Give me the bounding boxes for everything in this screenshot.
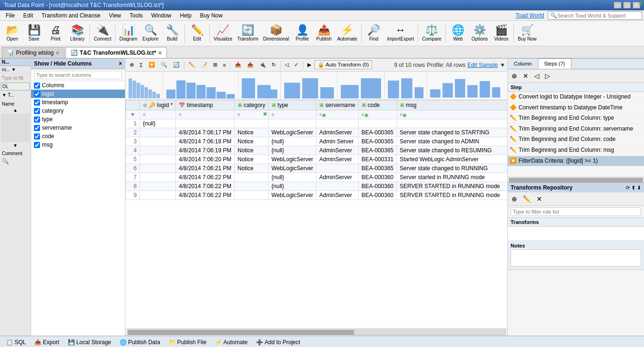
table-row[interactable]: 9 4/8/2014 7:06:22 PM WebLogicServer Adm… — [126, 191, 508, 200]
filter-servername[interactable]: =▣ — [316, 110, 358, 119]
step-item-3[interactable]: ✏️ Trim Beginning and End Column: type — [508, 113, 644, 124]
col-header-type[interactable]: A type — [268, 100, 316, 110]
table-row[interactable]: 4 4/8/2014 7:06:19 PM Notice {null} Admi… — [126, 146, 508, 155]
column-checkbox-logid[interactable] — [34, 91, 40, 97]
menu-transform[interactable]: Transform and Cleanse — [38, 11, 104, 20]
h-scroll-track[interactable] — [127, 330, 505, 335]
column-checkbox-category[interactable] — [34, 108, 40, 114]
column-checkbox-columns[interactable] — [34, 83, 40, 89]
filter-timestamp[interactable]: = — [176, 110, 234, 119]
menu-view[interactable]: View — [105, 11, 125, 20]
filter-type[interactable]: =▣ — [268, 110, 316, 119]
grid-btn-refresh[interactable]: ↻ — [269, 60, 278, 69]
column-checkbox-code[interactable] — [34, 133, 40, 140]
table-row[interactable]: 2 4/8/2014 7:06:17 PM Notice WebLogicSer… — [126, 128, 508, 137]
tab-transform[interactable]: 🔄 T&C TransformWLSLOG.tct* ✕ — [66, 47, 167, 58]
toolbar-visualize[interactable]: 📈 Visualize — [212, 24, 234, 42]
grid-btn-columns[interactable]: ⊞ — [211, 60, 220, 69]
steps-vscroll[interactable] — [508, 177, 644, 182]
col-header-logid[interactable]: ⊕ 🔑 logid * — [140, 100, 176, 110]
grid-btn-replace[interactable]: 🔄 — [171, 60, 182, 69]
toolbar-build[interactable]: 🔧 Build — [162, 24, 182, 42]
toolbar-explore[interactable]: 🔍 Explore — [140, 24, 161, 42]
toolbar-dimensional[interactable]: 📦 Dimensional — [261, 24, 291, 42]
steps-add-btn[interactable]: ⊕ — [509, 71, 520, 81]
grid-btn-filter[interactable]: 🔽 — [146, 60, 157, 69]
toolbar-print[interactable]: 🖨 Print — [45, 24, 66, 42]
step-item-6[interactable]: ✏️ Trim Beginning and End Column: msg — [508, 145, 644, 156]
grid-btn-add[interactable]: ⊕ — [127, 60, 136, 69]
step-item-4[interactable]: ✏️ Trim Beginning and End Column: server… — [508, 124, 644, 135]
tab-profiling-close[interactable]: ✕ — [56, 50, 59, 56]
column-item-columns[interactable]: Columns — [31, 81, 125, 90]
minimize-button[interactable]: ─ — [614, 2, 621, 8]
filter-msg[interactable]: =▣ — [396, 110, 507, 119]
left-type-filter[interactable]: Type to filt — [1, 74, 30, 82]
toolbar-importexport[interactable]: ↔️ ImportExport — [385, 24, 416, 42]
step-item-2[interactable]: 🔶 Convert timestamp to Datatype DateTime — [508, 103, 644, 114]
toolbar-transform[interactable]: 🔄 Transform — [235, 24, 260, 42]
col-header-timestamp[interactable]: 📅 timestamp — [176, 100, 234, 110]
grid-expand-btn[interactable]: ▼ — [500, 62, 505, 68]
left-scroll-down[interactable]: ▼ — [1, 143, 30, 148]
notes-textarea[interactable] — [511, 249, 641, 266]
left-panel-dropdown[interactable]: ro... ▼ — [0, 66, 31, 74]
toolbar-publish[interactable]: 📤 Publish — [314, 24, 334, 42]
column-checkbox-servername[interactable] — [34, 125, 40, 131]
left-filter-btn[interactable]: ▼ T... — [1, 91, 30, 99]
column-item-timestamp[interactable]: timestamp — [31, 98, 125, 107]
h-scrollbar[interactable] — [125, 328, 507, 336]
grid-btn-import[interactable]: 📥 — [232, 60, 244, 69]
transforms-download-btn[interactable]: ⬇ — [637, 185, 641, 191]
transforms-delete-btn[interactable]: ✕ — [534, 194, 545, 204]
column-checkbox-type[interactable] — [34, 116, 40, 123]
edit-sample-link[interactable]: Edit Sample — [467, 62, 498, 68]
col-header-code[interactable]: A code — [358, 100, 396, 110]
step-item-5[interactable]: ✏️ Trim Beginning and End Column: code — [508, 134, 644, 145]
toolbar-buynow[interactable]: 🛒 Buy Now — [516, 24, 538, 42]
grid-btn-connect[interactable]: 🔌 — [257, 60, 268, 69]
tab-transform-close[interactable]: ✕ — [158, 50, 162, 56]
toolbar-compare[interactable]: ⚖️ Compare — [420, 24, 443, 42]
grid-btn-export[interactable]: 📤 — [245, 60, 256, 69]
grid-btn-pencil[interactable]: ✏️ — [186, 60, 198, 69]
grid-btn-bars[interactable]: ≡ — [221, 61, 228, 69]
search-input[interactable] — [557, 13, 637, 18]
toolbar-videos[interactable]: 🎬 Videos — [491, 24, 512, 42]
steps-delete-btn[interactable]: ✕ — [520, 71, 531, 81]
filter-code[interactable]: =▣ — [358, 110, 396, 119]
toolbar-edit[interactable]: ✏️ Edit — [187, 24, 207, 42]
steps-up-btn[interactable]: ◁ — [532, 71, 542, 81]
bottom-localstorage-btn[interactable]: 💾 Local Storage — [65, 338, 115, 347]
transforms-add-btn[interactable]: ⊕ — [509, 194, 520, 204]
menu-help[interactable]: Help — [176, 11, 195, 20]
data-table-wrapper[interactable]: ⊕ 🔑 logid * 📅 timestamp — [125, 100, 507, 328]
tab-profiling[interactable]: 📊 Profiling wlslog ✕ — [2, 47, 65, 58]
bottom-addproject-btn[interactable]: ➕ Add to Project — [253, 338, 303, 347]
grid-btn-sigma[interactable]: Σ — [137, 61, 145, 69]
steps-vscroll-track[interactable] — [509, 178, 643, 182]
toolbar-options[interactable]: ⚙️ Options — [469, 24, 490, 42]
tab-column[interactable]: Column — [508, 58, 538, 69]
bottom-publishfile-btn[interactable]: 📁 Publish File — [165, 338, 210, 347]
column-checkbox-msg[interactable] — [34, 142, 40, 148]
column-item-type[interactable]: type — [31, 115, 125, 124]
toolbar-automate[interactable]: ⚡ Automate — [335, 24, 359, 42]
table-row[interactable]: 5 4/8/2014 7:06:20 PM Notice WebLogicSer… — [126, 155, 508, 164]
column-item-category[interactable]: category — [31, 107, 125, 115]
table-row[interactable]: 8 4/8/2014 7:06:22 PM {null} BEA-000360 … — [126, 182, 508, 191]
grid-btn-search[interactable]: 🔍 — [158, 60, 170, 69]
table-row[interactable]: 7 4/8/2014 7:06:22 PM {null} AdminServer… — [126, 173, 508, 182]
menu-file[interactable]: File — [2, 11, 18, 20]
table-row[interactable]: 3 4/8/2014 7:06:18 PM Notice {null} Admi… — [126, 137, 508, 146]
left-ol-item[interactable]: OL — [1, 83, 30, 91]
step-item-1[interactable]: 🔶 Convert logid to Datatype Integer - Un… — [508, 92, 644, 103]
step-item-7[interactable]: 🔽 FilterData Criteria: ([logid] >= 1) — [508, 156, 644, 167]
bottom-export-btn[interactable]: 📤 Export — [31, 338, 63, 347]
transforms-filter-input[interactable] — [511, 207, 641, 216]
menu-window[interactable]: Window — [148, 11, 175, 20]
toolbar-profile[interactable]: 👤 Profile — [292, 24, 313, 42]
col-header-category[interactable]: A category — [234, 100, 268, 110]
bottom-automate-btn[interactable]: ⚡ Automate — [212, 338, 251, 347]
toolbar-connect[interactable]: 🔌 Connect — [92, 24, 113, 42]
